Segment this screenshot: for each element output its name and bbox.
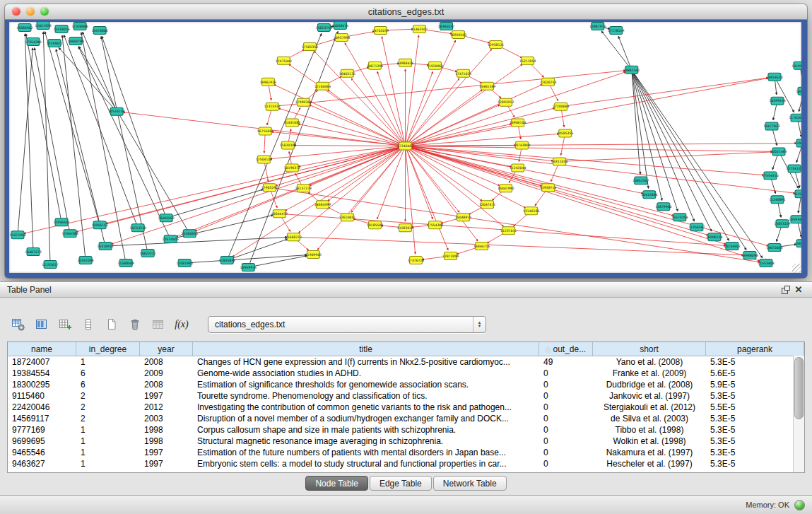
table-cell[interactable]: 0 [539,413,593,424]
network-node[interactable]: 12021928 [35,22,51,29]
network-node[interactable]: 15312059 [519,57,536,64]
network-node[interactable]: 11315551 [264,103,281,110]
network-node[interactable]: 16906104 [510,119,526,127]
table-row[interactable]: 969969511998Structural magnetic resonanc… [8,436,804,447]
import-table-icon[interactable] [150,316,167,333]
table-cell[interactable]: 5.3E-5 [706,436,804,447]
network-node[interactable]: 16906224 [706,233,722,241]
table-cell[interactable]: 0 [539,424,593,436]
network-node[interactable]: 19861541 [623,66,640,74]
table-cell[interactable]: 5.3E-5 [706,424,804,436]
table-cell[interactable]: 2008 [140,379,193,390]
table-cell[interactable]: Jankovic et al. (1997) [593,390,706,402]
table-row[interactable]: 1830029562008Estimation of significance … [8,379,804,390]
column-header-in-degree[interactable]: in_degree [76,342,140,356]
network-node[interactable]: 12574505 [163,235,179,243]
network-node[interactable]: 10937998 [334,33,350,41]
table-cell[interactable]: 2 [76,413,140,424]
network-node[interactable]: 16407573 [25,248,41,256]
network-node[interactable]: 11805838 [219,257,235,264]
table-cell[interactable]: Wolkin et al. (1998) [593,436,706,447]
network-node[interactable]: 11328886 [71,22,88,30]
network-canvas[interactable]: 1858690212021928153180161132888616470806… [9,22,801,273]
table-cell[interactable]: 5.6E-5 [706,368,804,379]
network-node[interactable]: 16415884 [641,191,657,199]
network-node[interactable]: 11879900 [655,203,671,211]
network-node[interactable]: 12734125 [786,165,801,173]
table-row[interactable]: 1872400712008Changes of HCN gene express… [8,356,804,368]
network-node[interactable]: 12610651 [339,214,355,221]
table-cell[interactable]: 1 [76,356,140,368]
table-cell[interactable]: 9699695 [8,436,76,447]
network-node[interactable]: 14988098 [741,252,758,259]
table-cell[interactable]: Nakamura et al. (1997) [593,447,706,458]
table-cell[interactable]: 0 [539,368,593,379]
table-cell[interactable]: 0 [539,458,593,469]
network-node[interactable]: 15048975 [455,214,471,221]
network-node[interactable]: 10852507 [632,177,649,185]
network-node[interactable]: 15924520 [766,73,782,81]
table-cell[interactable]: Embryonic stem cells: a model to study s… [193,458,539,469]
network-node[interactable]: 10871396 [367,62,383,69]
network-node[interactable]: 10743909 [514,141,530,149]
column-header-pagerank[interactable]: pagerank [706,342,804,356]
network-node[interactable]: 16959503 [450,30,466,38]
table-cell[interactable]: 1 [76,436,140,447]
network-node[interactable]: 15146186 [523,207,539,215]
network-node[interactable]: 10593428 [789,216,801,223]
network-node[interactable]: 17081980 [177,259,193,267]
network-node[interactable]: 15853229 [774,220,790,228]
network-node[interactable]: 15318912 [97,243,113,250]
table-cell[interactable]: 49 [539,356,593,368]
table-cell[interactable]: 19384554 [8,368,76,379]
table-cell[interactable]: 9777169 [8,424,76,436]
table-scrollbar[interactable] [793,356,804,472]
tab-edge-table[interactable]: Edge Table [370,476,432,491]
table-row[interactable]: 946554611997Estimation of the future num… [8,447,804,458]
table-cell[interactable]: 9463627 [8,458,76,469]
network-node[interactable]: 16844716 [473,243,490,250]
network-node[interactable]: 16672065 [766,244,782,252]
network-node[interactable]: 12504104 [256,156,272,163]
close-window-button[interactable] [12,7,20,16]
select-columns-icon[interactable] [33,316,50,333]
table-cell[interactable]: Tourette syndrome. Phenomenology and cla… [193,390,539,402]
table-row[interactable]: 911546021997Tourette syndrome. Phenomeno… [8,390,804,402]
table-cell[interactable]: 5.3E-5 [706,356,804,368]
table-cell[interactable]: Dudbridge et al. (2008) [593,379,706,390]
column-header-title[interactable]: title [193,342,539,356]
network-node[interactable]: 11246891 [769,196,785,204]
table-cell[interactable]: 5.9E-5 [706,379,804,390]
new-column-icon[interactable] [57,316,73,333]
table-cell[interactable]: 5.3E-5 [706,447,804,458]
network-node[interactable]: 17554310 [762,172,778,180]
network-node[interactable]: 15318016 [53,25,69,33]
network-node[interactable]: 17554388 [61,230,78,238]
network-node[interactable]: 12192627 [42,261,58,269]
table-cell[interactable]: 1 [76,424,140,436]
network-node[interactable]: 11553408 [758,259,774,267]
table-cell[interactable]: 2008 [140,356,193,368]
network-node[interactable]: 14702039 [372,26,389,34]
delete-icon[interactable] [126,316,143,333]
network-node[interactable]: 15823754 [316,23,332,31]
network-node[interactable]: 11242044 [510,164,526,172]
network-node[interactable]: 16311030 [551,158,567,165]
table-cell[interactable]: de Silva et al. (2003) [593,413,706,424]
table-cell[interactable]: 0 [539,436,593,447]
table-cell[interactable]: 2003 [140,413,193,424]
table-cell[interactable]: 2012 [140,402,193,413]
function-builder-icon[interactable]: f(x) [173,316,190,333]
network-node[interactable]: 12958121 [488,40,504,48]
network-node[interactable]: 16959974 [240,264,257,271]
table-cell[interactable]: Franke et al. (2009) [593,368,706,379]
network-node[interactable]: 16157278 [295,185,312,192]
table-row[interactable]: 977716911998Corpus callosum shape and si… [8,424,804,436]
table-cell[interactable]: 1998 [140,436,193,447]
table-cell[interactable]: 1998 [140,424,193,436]
network-node[interactable]: 12021465 [770,148,787,156]
network-node[interactable]: 15573354 [671,214,688,221]
table-cell[interactable]: 18724007 [8,356,76,368]
table-cell[interactable]: 2 [76,390,140,402]
network-node[interactable]: 17554300 [427,221,443,229]
